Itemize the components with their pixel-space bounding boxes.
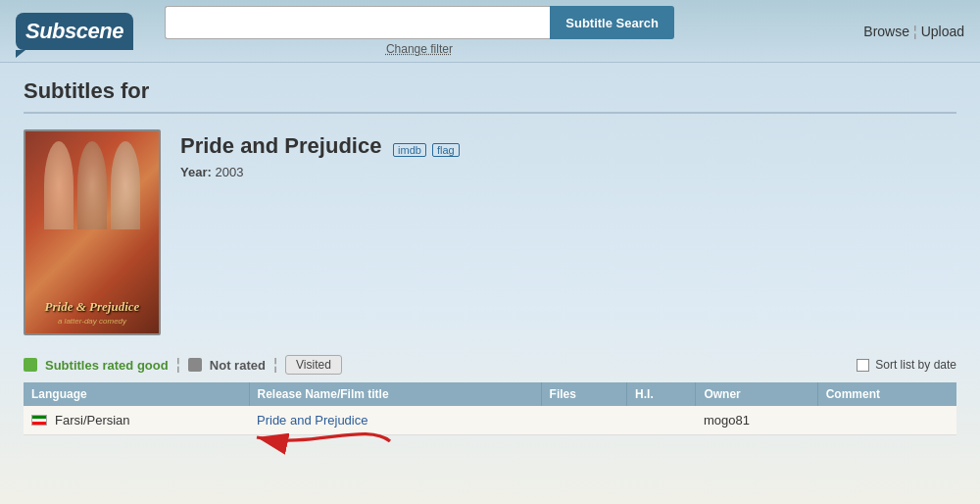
movie-title: Pride and Prejudice bbox=[180, 133, 381, 158]
search-area: Subtitle Search Change filter bbox=[165, 6, 674, 56]
change-filter-link[interactable]: Change filter bbox=[386, 42, 453, 56]
movie-info: Pride & Prejudice a latter-day comedy Pr… bbox=[24, 129, 956, 335]
col-release: Release Name/Film title bbox=[249, 382, 541, 406]
filter-good-label[interactable]: Subtitles rated good bbox=[45, 358, 169, 373]
filter-bar: Subtitles rated good ¦ Not rated ¦ Visit… bbox=[24, 355, 956, 375]
rated-good-icon bbox=[24, 358, 37, 372]
movie-details: Pride and Prejudice imdb flag Year: 2003 bbox=[180, 129, 460, 335]
imdb-badge[interactable]: imdb bbox=[393, 143, 426, 157]
filter-separator-2: ¦ bbox=[273, 356, 277, 374]
nav-upload-link[interactable]: Upload bbox=[921, 24, 964, 39]
poster-title: Pride & Prejudice bbox=[33, 299, 151, 315]
logo[interactable]: Subscene bbox=[16, 13, 133, 50]
poster-figures bbox=[25, 141, 159, 229]
cell-language: Farsi/Persian bbox=[24, 406, 249, 435]
cell-files bbox=[541, 406, 627, 435]
year-value: 2003 bbox=[215, 165, 243, 179]
col-hi: H.I. bbox=[627, 382, 696, 406]
main-content: Subtitles for Pride & Prejudice a latter… bbox=[0, 63, 980, 451]
col-owner: Owner bbox=[696, 382, 817, 406]
visited-button[interactable]: Visited bbox=[285, 355, 342, 375]
language-name: Farsi/Persian bbox=[55, 413, 130, 428]
movie-title-row: Pride and Prejudice imdb flag bbox=[180, 133, 460, 159]
sort-checkbox[interactable] bbox=[857, 359, 869, 372]
cell-hi bbox=[627, 406, 696, 435]
table-head: Language Release Name/Film title Files H… bbox=[24, 382, 956, 406]
poster-overlay: Pride & Prejudice a latter-day comedy bbox=[25, 291, 159, 333]
col-comment: Comment bbox=[817, 382, 956, 406]
poster-figure-1 bbox=[44, 141, 74, 229]
page-title: Subtitles for bbox=[24, 78, 956, 114]
search-input[interactable] bbox=[165, 6, 550, 39]
table-header-row: Language Release Name/Film title Files H… bbox=[24, 382, 956, 406]
subtitle-table: Language Release Name/Film title Files H… bbox=[24, 382, 956, 435]
cell-owner: mogo81 bbox=[696, 406, 817, 435]
search-button[interactable]: Subtitle Search bbox=[550, 6, 674, 39]
annotation-arrow bbox=[229, 418, 425, 457]
poster-figure-2 bbox=[77, 141, 107, 229]
movie-poster: Pride & Prejudice a latter-day comedy bbox=[24, 129, 161, 335]
flag-badge[interactable]: flag bbox=[432, 143, 460, 157]
filter-separator-1: ¦ bbox=[176, 356, 180, 374]
sort-label: Sort list by date bbox=[875, 358, 956, 372]
nav-browse-link[interactable]: Browse bbox=[863, 24, 909, 39]
year-label: Year: bbox=[180, 165, 212, 179]
nav-separator: ¦ bbox=[913, 24, 917, 39]
header: Subscene Subtitle Search Change filter B… bbox=[0, 0, 980, 63]
language-flag bbox=[31, 415, 47, 426]
table-row: Farsi/PersianPride and Prejudicemogo81 bbox=[24, 406, 956, 435]
filter-notrated-label[interactable]: Not rated bbox=[210, 358, 266, 373]
nav-links: Browse ¦ Upload bbox=[863, 24, 964, 39]
table-body: Farsi/PersianPride and Prejudicemogo81 bbox=[24, 406, 956, 435]
poster-figure-3 bbox=[111, 141, 140, 229]
poster-subtitle: a latter-day comedy bbox=[33, 317, 151, 326]
search-row: Subtitle Search bbox=[165, 6, 674, 39]
sort-area: Sort list by date bbox=[857, 358, 956, 372]
movie-year: Year: 2003 bbox=[180, 165, 460, 179]
movie-badges: imdb flag bbox=[393, 143, 460, 157]
cell-comment bbox=[817, 406, 956, 435]
col-language: Language bbox=[24, 382, 249, 406]
not-rated-icon bbox=[188, 358, 202, 372]
col-files: Files bbox=[541, 382, 627, 406]
